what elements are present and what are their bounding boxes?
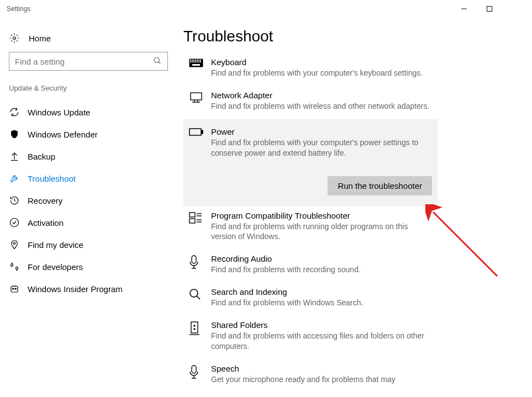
svg-line-6 — [159, 62, 160, 63]
svg-rect-38 — [189, 213, 195, 217]
svg-rect-32 — [191, 93, 202, 100]
ts-desc: Find and fix problems with recording sou… — [211, 264, 432, 275]
nav-label: Backup — [28, 152, 55, 161]
checkmark-icon — [9, 218, 20, 227]
ts-desc: Find and fix problems with your computer… — [211, 137, 432, 158]
location-icon — [9, 240, 20, 250]
svg-rect-24 — [190, 61, 191, 62]
nav-label: For developers — [28, 262, 83, 272]
nav-windows-defender[interactable]: Windows Defender — [4, 123, 172, 145]
svg-rect-1 — [487, 7, 492, 12]
svg-rect-22 — [198, 60, 199, 61]
microphone-icon — [189, 254, 203, 275]
window-title: Settings — [4, 5, 451, 13]
nav-for-developers[interactable]: For developers — [4, 256, 172, 278]
nav-find-my-device[interactable]: Find my device — [4, 234, 172, 256]
backup-icon — [9, 151, 20, 161]
nav-label: Windows Insider Program — [28, 284, 123, 294]
svg-point-9 — [10, 219, 19, 227]
svg-rect-31 — [192, 64, 200, 66]
troubleshooter-shared-folders[interactable]: Shared Folders Find and fix problems wit… — [183, 316, 438, 359]
section-label: Update & Security — [4, 84, 172, 101]
search-input[interactable] — [15, 57, 153, 66]
ts-desc: Find and fix problems with accessing fil… — [211, 331, 432, 352]
nav-label: Find my device — [28, 240, 83, 250]
home-label: Home — [29, 34, 51, 43]
ts-title: Search and Indexing — [211, 287, 432, 297]
svg-point-47 — [190, 289, 198, 297]
sidebar: Home Update & Security Windows Update Wi… — [0, 18, 177, 393]
ts-title: Speech — [211, 364, 432, 373]
svg-rect-23 — [200, 60, 201, 61]
tools-icon — [9, 262, 20, 272]
page-title: Troubleshoot — [183, 28, 532, 45]
svg-rect-44 — [192, 256, 196, 263]
svg-point-51 — [194, 329, 195, 330]
ts-title: Power — [211, 127, 432, 136]
minimize-button[interactable] — [451, 0, 477, 18]
svg-point-50 — [194, 325, 195, 326]
svg-rect-53 — [192, 366, 196, 373]
ts-title: Network Adapter — [211, 91, 432, 100]
nav-recovery[interactable]: Recovery — [4, 189, 172, 211]
svg-rect-18 — [192, 60, 193, 61]
svg-rect-39 — [189, 219, 195, 223]
microphone-icon — [189, 364, 203, 385]
ts-desc: Get your microphone ready and fix proble… — [211, 374, 432, 385]
keyboard-icon — [189, 57, 203, 78]
svg-rect-27 — [195, 61, 196, 62]
ts-title: Keyboard — [211, 57, 432, 67]
troubleshooter-recording-audio[interactable]: Recording Audio Find and fix problems wi… — [183, 250, 438, 283]
svg-rect-36 — [189, 129, 201, 135]
nav-windows-update[interactable]: Windows Update — [4, 101, 172, 123]
svg-rect-29 — [198, 61, 199, 62]
svg-line-48 — [197, 296, 200, 299]
ts-desc: Find and fix problems with running older… — [211, 221, 432, 242]
ts-desc: Find and fix problems with wireless and … — [211, 101, 432, 112]
svg-rect-28 — [197, 61, 198, 62]
insider-icon — [9, 284, 20, 294]
nav-troubleshoot[interactable]: Troubleshoot — [4, 167, 172, 189]
ts-title: Program Compatibility Troubleshooter — [211, 211, 432, 220]
nav-backup[interactable]: Backup — [4, 145, 172, 167]
nav-label: Windows Update — [28, 108, 90, 117]
nav-windows-insider[interactable]: Windows Insider Program — [4, 278, 172, 300]
svg-rect-21 — [197, 60, 198, 61]
nav-label: Windows Defender — [28, 130, 98, 139]
search-icon — [153, 56, 162, 67]
nav-activation[interactable]: Activation — [4, 211, 172, 234]
svg-point-10 — [13, 242, 15, 245]
svg-rect-49 — [191, 322, 198, 333]
search-icon — [189, 287, 203, 308]
svg-rect-17 — [190, 60, 191, 61]
run-troubleshooter-button[interactable]: Run the troubleshooter — [328, 176, 432, 195]
troubleshooter-program-compatibility[interactable]: Program Compatibility Troubleshooter Fin… — [183, 207, 438, 250]
titlebar: Settings — [0, 0, 532, 18]
svg-rect-25 — [192, 61, 193, 62]
search-box[interactable] — [9, 52, 168, 71]
svg-rect-26 — [193, 61, 194, 62]
ts-title: Recording Audio — [211, 254, 432, 263]
troubleshooter-power[interactable]: Power Find and fix problems with your co… — [183, 119, 438, 207]
ts-desc: Find and fix problems with Windows Searc… — [211, 298, 432, 308]
svg-rect-30 — [200, 61, 201, 62]
svg-rect-37 — [202, 130, 203, 134]
troubleshooter-keyboard[interactable]: Keyboard Find and fix problems with your… — [183, 53, 438, 86]
svg-point-5 — [154, 57, 159, 62]
troubleshooter-speech[interactable]: Speech Get your microphone ready and fix… — [183, 359, 438, 393]
svg-rect-11 — [11, 287, 18, 293]
refresh-icon — [9, 107, 20, 117]
svg-point-13 — [15, 288, 16, 289]
troubleshooter-search-indexing[interactable]: Search and Indexing Find and fix problem… — [183, 283, 438, 316]
home-nav[interactable]: Home — [4, 29, 172, 52]
shared-folders-icon — [189, 320, 203, 352]
svg-rect-20 — [195, 60, 196, 61]
maximize-button[interactable] — [477, 0, 502, 18]
ts-title: Shared Folders — [211, 320, 432, 330]
history-icon — [9, 195, 20, 205]
nav-label: Recovery — [28, 196, 62, 205]
wrench-icon — [9, 173, 20, 183]
troubleshooter-network-adapter[interactable]: Network Adapter Find and fix problems wi… — [183, 86, 438, 119]
shield-icon — [9, 129, 20, 139]
network-adapter-icon — [189, 91, 203, 112]
